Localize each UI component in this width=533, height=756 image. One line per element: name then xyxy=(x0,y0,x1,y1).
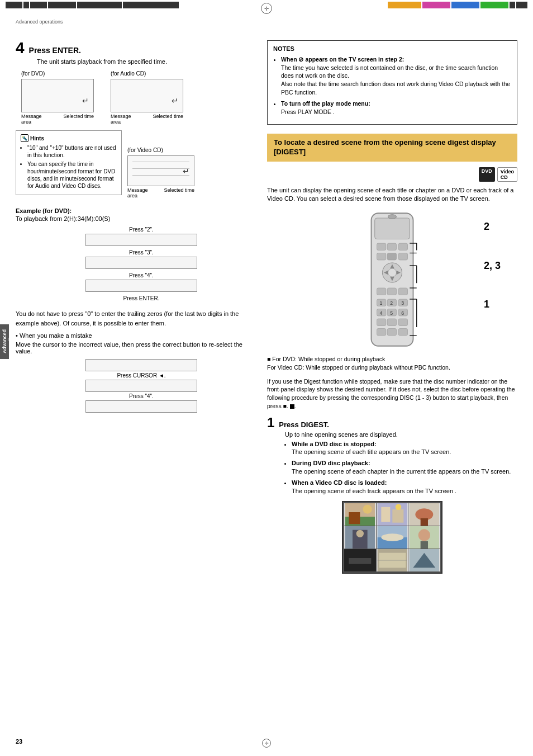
message-area-label: Messagearea xyxy=(21,114,42,125)
step4-heading: 4 Press ENTER. xyxy=(16,40,256,56)
dvd-display-labels: Messagearea Selected time xyxy=(21,114,94,125)
svg-rect-32 xyxy=(398,319,407,326)
top-bar-right xyxy=(388,0,533,10)
svg-rect-31 xyxy=(387,319,396,326)
svg-rect-34 xyxy=(387,329,396,336)
svg-rect-6 xyxy=(377,253,386,261)
color-block-blue xyxy=(451,2,479,8)
color-block-green xyxy=(480,2,508,8)
bar-block xyxy=(48,2,76,8)
tv-cell-3-3 xyxy=(408,549,440,571)
compass-icon-top: ✛ xyxy=(261,3,272,14)
tv-cell-2-3 xyxy=(408,526,440,549)
bullet-2: During DVD disc playback: The opening sc… xyxy=(292,459,517,476)
bar-block xyxy=(123,2,179,8)
tv-cell-1-3 xyxy=(408,503,440,526)
note-bold-2: To turn off the play mode menu: xyxy=(281,100,370,107)
message-area-label-3: Messagearea xyxy=(127,187,148,199)
press-cursor-label: Press CURSOR ◄. xyxy=(117,372,165,379)
for-dvd-label: ■ For DVD: xyxy=(267,356,297,362)
playback-note: ■ For DVD: While stopped or during playb… xyxy=(267,355,517,371)
for-dvd-text: While stopped or during playback xyxy=(298,356,385,362)
hints-list: "10" and "+10" buttons are not used in t… xyxy=(21,144,117,190)
digest-step1-desc: Up to nine opening scenes are displayed. xyxy=(285,431,517,438)
note-text-1b: Also note that the time search function … xyxy=(281,81,510,96)
dvd-label: (for DVD) xyxy=(21,70,94,77)
svg-rect-8 xyxy=(398,253,407,261)
bar-block xyxy=(516,2,527,8)
digest-description: The unit can display the opening scene o… xyxy=(267,186,517,204)
display-line xyxy=(132,162,189,162)
svg-rect-51 xyxy=(392,509,403,522)
enter-label: Press ENTER. xyxy=(27,295,256,301)
tv-cell-1-1 xyxy=(344,503,376,526)
svg-point-10 xyxy=(388,268,397,277)
tv-grid xyxy=(342,501,442,574)
cursor-symbol-vcd: ↵ xyxy=(183,167,189,176)
digest-note: If you use the Digest function while sto… xyxy=(267,377,517,410)
bar-block xyxy=(6,2,22,8)
svg-text:5: 5 xyxy=(390,310,393,316)
top-bar-left xyxy=(0,0,179,10)
svg-rect-4 xyxy=(387,243,396,251)
example-section: Example (for DVD): To playback from 2(H)… xyxy=(16,207,256,301)
tv-cell-3-1 xyxy=(344,549,376,571)
bullet-2-text: The opening scene of each chapter in the… xyxy=(292,468,511,475)
bar-block xyxy=(23,2,29,8)
diagrams-row: (for DVD) ↵ Messagearea Selected time (f… xyxy=(21,70,256,125)
display-line xyxy=(132,175,189,176)
hints-videoc-row: 🔦 Hints "10" and "+10" buttons are not u… xyxy=(16,130,256,201)
svg-text:3: 3 xyxy=(401,300,404,306)
note-text-1: The time you have selected is not contai… xyxy=(281,64,498,79)
digest-header-text: To locate a desired scene from the openi… xyxy=(274,138,496,156)
svg-rect-17 xyxy=(398,288,407,295)
left-notes: You do not have to press "0" to enter th… xyxy=(16,309,256,328)
top-decorative-bar: ✛ xyxy=(0,0,533,10)
step4-description: The unit starts playback from the specif… xyxy=(37,58,256,65)
svg-rect-5 xyxy=(398,243,407,251)
press-label-4: Press "4". xyxy=(129,272,154,278)
video-cd-diagram: (for Video CD) ↵ Messagearea Selected ti… xyxy=(127,147,194,201)
digest-step-1: 1 Press DIGEST. Up to nine opening scene… xyxy=(267,416,517,495)
press-row-3: Press "3". xyxy=(27,249,256,269)
press-box-cursor-top xyxy=(85,359,197,371)
step-num-2: 2 xyxy=(484,221,501,233)
svg-point-58 xyxy=(356,530,364,537)
svg-rect-64 xyxy=(421,541,428,548)
press-label-3: Press "3". xyxy=(129,249,154,256)
svg-rect-48 xyxy=(349,512,360,524)
svg-text:2: 2 xyxy=(390,300,393,306)
compass-icon-bottom: ✛ xyxy=(262,739,271,748)
right-column: NOTES When ⊘ appears on the TV screen in… xyxy=(267,40,517,579)
svg-text:6: 6 xyxy=(401,310,404,316)
color-block-pink xyxy=(422,2,450,8)
audio-cd-diagram: (for Audio CD) ↵ Messagearea Selected ti… xyxy=(111,70,183,125)
for-video-cd-label: For Video CD: xyxy=(267,364,304,371)
cursor-symbol: ↵ xyxy=(82,96,89,105)
audio-cd-display-box: ↵ xyxy=(111,79,183,112)
bar-block xyxy=(30,2,47,8)
for-video-cd-text: While stopped or during playback without… xyxy=(306,364,450,371)
example-text: To playback from 2(H):34(M):00(S) xyxy=(16,215,256,222)
bullet-1-text: The opening scene of each title appears … xyxy=(292,448,451,455)
hint-item-1: "10" and "+10" buttons are not used in t… xyxy=(27,144,117,159)
tv-cell-3-2 xyxy=(377,549,408,571)
notes-list: When ⊘ appears on the TV screen in step … xyxy=(273,55,511,116)
svg-point-2 xyxy=(388,215,397,219)
notes-title: NOTES xyxy=(273,45,511,52)
side-tab: Advancedoperations xyxy=(0,324,9,359)
digest-badges: DVD VideoCD xyxy=(267,167,517,182)
notes-box: NOTES When ⊘ appears on the TV screen in… xyxy=(267,40,517,125)
press-row-2: Press "2". xyxy=(27,226,256,246)
svg-rect-7 xyxy=(387,253,396,261)
cursor-symbol-audio: ↵ xyxy=(172,96,178,105)
svg-rect-3 xyxy=(377,243,386,251)
hints-icon: 🔦 xyxy=(21,134,28,142)
press-box-cursor xyxy=(85,380,197,392)
hints-header: 🔦 Hints xyxy=(21,134,117,142)
digest-step1-title: Press DIGEST. xyxy=(279,420,329,429)
example-title: Example (for DVD): xyxy=(16,207,256,214)
bullet-1-bold: While a DVD disc is stopped: xyxy=(292,441,377,447)
svg-rect-50 xyxy=(381,507,390,522)
video-cd-display-box: ↵ xyxy=(127,155,194,186)
